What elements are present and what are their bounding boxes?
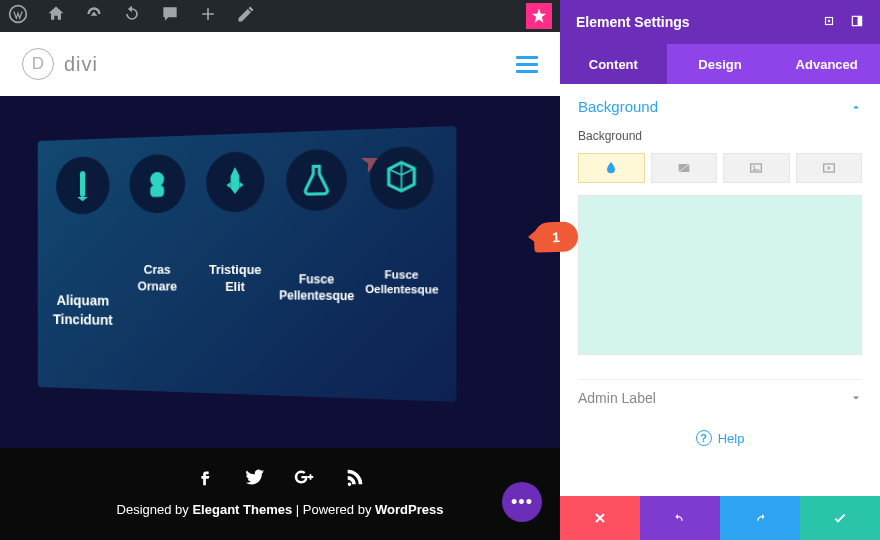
pencil-icon[interactable]	[236, 4, 256, 28]
redo-button[interactable]	[720, 496, 800, 540]
logo-mark: D	[22, 48, 54, 80]
carousel-item-title: Fusce Oellentesque	[363, 267, 442, 297]
undo-button[interactable]	[640, 496, 720, 540]
carousel-item-title: Cras Ornare	[123, 262, 192, 295]
astronaut-icon	[130, 154, 186, 214]
carousel-panel: Aliquam Tincidunt Cras Ornare Tristique …	[38, 126, 457, 402]
panel-actions	[560, 496, 880, 540]
carousel-item[interactable]: Tristique Elit	[199, 151, 271, 296]
comment-icon[interactable]	[160, 4, 180, 28]
help-icon: ?	[696, 430, 712, 446]
rocket-icon	[56, 156, 109, 215]
svg-rect-7	[858, 16, 862, 25]
wordpress-icon[interactable]	[8, 4, 28, 28]
site-footer: Designed by Elegant Themes | Powered by …	[0, 448, 560, 540]
color-swatch[interactable]	[578, 195, 862, 355]
carousel-item-title: Aliquam Tincidunt	[50, 291, 116, 329]
facebook-icon[interactable]	[194, 466, 216, 492]
bg-tab-color[interactable]	[578, 153, 645, 183]
carousel-item[interactable]: Aliquam Tincidunt	[50, 156, 116, 329]
gauge-icon[interactable]	[84, 4, 104, 28]
logo-text: divi	[64, 53, 98, 76]
carousel-item[interactable]: Fusce Pellentesque	[279, 148, 354, 304]
wp-admin-bar	[0, 0, 560, 32]
section-background[interactable]: Background	[578, 98, 862, 115]
carousel-item[interactable]: Fusce Oellentesque	[363, 146, 442, 298]
rss-icon[interactable]	[344, 466, 366, 492]
footer-credit: Designed by Elegant Themes | Powered by …	[0, 502, 560, 517]
menu-toggle[interactable]	[516, 56, 538, 73]
svg-point-10	[753, 166, 755, 168]
help-link[interactable]: ? Help	[578, 416, 862, 460]
site-logo[interactable]: D divi	[22, 48, 98, 80]
dock-icon[interactable]	[850, 14, 864, 31]
svg-rect-9	[751, 164, 762, 172]
chevron-up-icon	[850, 101, 862, 113]
cube-icon	[370, 146, 434, 210]
tab-content[interactable]: Content	[560, 44, 667, 84]
panel-title: Element Settings	[576, 14, 690, 30]
svg-rect-1	[80, 171, 85, 197]
bg-tab-image[interactable]	[723, 153, 790, 183]
site-header: D divi	[0, 32, 560, 96]
shuttle-icon	[206, 151, 264, 212]
googleplus-icon[interactable]	[294, 466, 316, 492]
svg-rect-3	[150, 185, 164, 197]
save-button[interactable]	[800, 496, 880, 540]
step-pointer: 1	[533, 221, 578, 253]
carousel-item-title: Fusce Pellentesque	[279, 272, 354, 304]
expand-icon[interactable]	[822, 14, 836, 31]
chevron-down-icon	[850, 392, 862, 404]
twitter-icon[interactable]	[244, 466, 266, 492]
divi-fab[interactable]: •••	[502, 482, 542, 522]
settings-tabs: Content Design Advanced	[560, 44, 880, 84]
section-admin-label[interactable]: Admin Label	[578, 379, 862, 416]
plus-icon[interactable]	[198, 4, 218, 28]
panel-header: Element Settings	[560, 0, 880, 44]
home-icon[interactable]	[46, 4, 66, 28]
refresh-icon[interactable]	[122, 4, 142, 28]
svg-point-2	[150, 172, 164, 187]
divi-star-icon[interactable]	[526, 3, 552, 29]
delete-button[interactable]	[560, 496, 640, 540]
svg-point-5	[828, 19, 830, 21]
background-label: Background	[578, 129, 862, 143]
tab-design[interactable]: Design	[667, 44, 774, 84]
carousel-item-title: Tristique Elit	[199, 262, 271, 296]
carousel-item[interactable]: Cras Ornare	[123, 153, 192, 295]
flask-icon	[286, 149, 347, 212]
hero-section: ➤ Aliquam Tincidunt Cras Ornare Tristiqu…	[0, 96, 560, 416]
background-type-tabs	[578, 153, 862, 183]
panel-content: Background Background Admin Label ? Help	[560, 84, 880, 496]
tab-advanced[interactable]: Advanced	[773, 44, 880, 84]
bg-tab-video[interactable]	[796, 153, 863, 183]
bg-tab-gradient[interactable]	[651, 153, 718, 183]
